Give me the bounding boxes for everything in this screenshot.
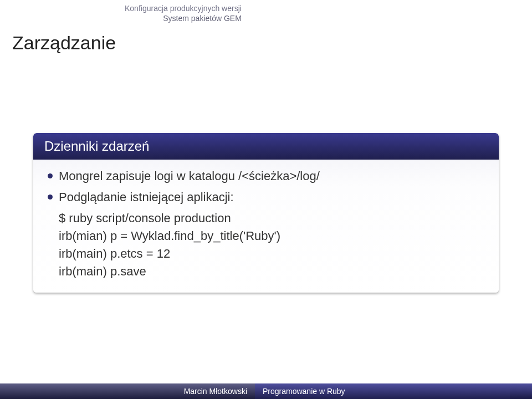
footer-page: 11 / 21 [510,383,532,399]
footer-author: Marcin Młotkowski [0,383,255,399]
header-section: Konfiguracja produkcyjnych wersji [125,3,242,13]
footer-title: Programowanie w Ruby [255,383,510,399]
list-item-text: Mongrel zapisuje logi w katalogu /<ścież… [59,169,320,183]
code-line: irb(main) p.save [45,263,487,280]
code-line: irb(main) p.etcs = 12 [45,245,487,263]
header-subsection: System pakietów GEM [125,13,242,23]
bullet-icon [48,173,53,178]
slide-title: Zarządzanie [12,32,116,54]
code-line: irb(mian) p = Wyklad.find_by_title('Ruby… [45,227,487,245]
code-line: $ ruby script/console production [45,209,487,227]
block-body: Mongrel zapisuje logi w katalogu /<ścież… [33,160,499,293]
bullet-icon [48,195,53,200]
list-item: Mongrel zapisuje logi w katalogu /<ścież… [45,167,487,185]
footer: Marcin Młotkowski Programowanie w Ruby 1… [0,383,532,399]
header-outline: Konfiguracja produkcyjnych wersji System… [125,3,242,23]
block-title: Dzienniki zdarzeń [33,133,499,160]
list-item: Podglądanie istniejącej aplikacji: [45,188,487,206]
list-item-text: Podglądanie istniejącej aplikacji: [59,190,234,204]
block: Dzienniki zdarzeń Mongrel zapisuje logi … [33,133,499,293]
